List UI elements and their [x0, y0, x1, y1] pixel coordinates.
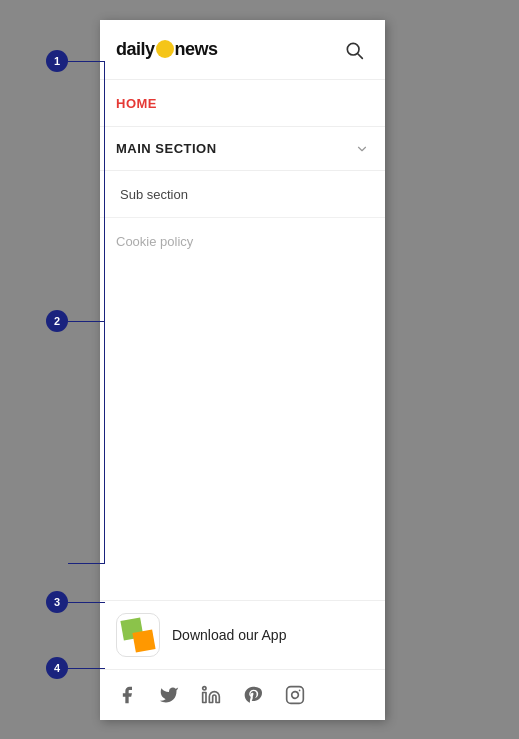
menu-header: daily news	[100, 20, 385, 80]
svg-line-1	[358, 53, 363, 58]
app-flag-orange	[132, 629, 155, 652]
annotation-line-2h2	[68, 563, 105, 564]
annotation-2: 2	[46, 310, 68, 332]
logo-coin-icon	[156, 40, 174, 58]
logo-container: daily news	[116, 39, 218, 60]
instagram-icon[interactable]	[284, 684, 306, 706]
annotation-line-3h	[68, 602, 105, 603]
annotation-1: 1	[46, 50, 68, 72]
annotation-3: 3	[46, 591, 68, 613]
annotation-line-1v	[104, 61, 105, 79]
search-icon	[344, 40, 364, 60]
annotation-line-1h	[68, 61, 105, 62]
annotation-line-2v	[104, 79, 105, 564]
nav-spacer	[100, 264, 385, 600]
logo-suffix: news	[175, 39, 218, 60]
chevron-down-icon	[355, 142, 369, 156]
app-icon	[116, 613, 160, 657]
twitter-icon[interactable]	[158, 684, 180, 706]
svg-point-3	[203, 687, 206, 690]
svg-rect-2	[203, 693, 206, 703]
download-label: Download our App	[172, 627, 286, 643]
menu-panel: daily news HOME MAIN SECTION Sub	[100, 20, 385, 720]
outer-container: 1 2 3 4 daily news HOME	[0, 0, 519, 739]
search-button[interactable]	[339, 35, 369, 65]
app-icon-inner	[122, 619, 154, 651]
pinterest-icon[interactable]	[242, 684, 264, 706]
logo-prefix: daily	[116, 39, 155, 60]
svg-rect-4	[287, 687, 304, 704]
nav-main-section-label: MAIN SECTION	[116, 141, 217, 156]
facebook-icon[interactable]	[116, 684, 138, 706]
nav-home-item[interactable]: HOME	[100, 80, 385, 127]
download-app-section[interactable]: Download our App	[100, 600, 385, 670]
nav-subsection-label: Sub section	[120, 187, 188, 202]
nav-cookie-label: Cookie policy	[116, 234, 193, 249]
nav-main-section-item[interactable]: MAIN SECTION	[100, 127, 385, 171]
nav-home-label: HOME	[116, 96, 157, 111]
annotation-4: 4	[46, 657, 68, 679]
nav-cookie-item[interactable]: Cookie policy	[100, 218, 385, 264]
nav-subsection-item[interactable]: Sub section	[100, 171, 385, 218]
annotation-line-2h	[68, 321, 105, 322]
social-section	[100, 670, 385, 720]
annotation-line-4h	[68, 668, 105, 669]
linkedin-icon[interactable]	[200, 684, 222, 706]
